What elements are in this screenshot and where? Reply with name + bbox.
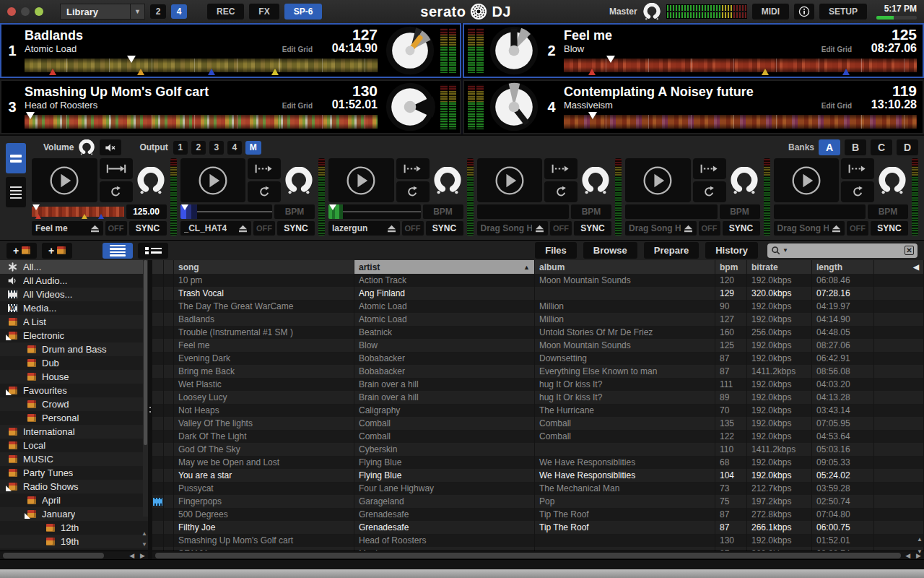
eject-icon[interactable] [535,225,544,233]
sp6-list-view-button[interactable] [6,177,26,207]
sample-off-button[interactable]: OFF [402,221,424,236]
album-art-view-button[interactable] [138,243,168,259]
sample-play-mode-button[interactable] [396,158,430,179]
table-row-valley-of-the-lights[interactable]: Valley Of The lightsComballComball135192… [152,417,924,430]
table-row-10-pm[interactable]: 10 pmAction TrackMoon Mountain Sounds120… [152,274,924,287]
table-row-badlands[interactable]: BadlandsAtomic LoadMillion127192.0kbps04… [152,313,924,326]
output-chip-3[interactable]: 3 [209,141,224,155]
sample-volume-knob[interactable] [728,158,760,202]
sidebar-item-radio-shows[interactable]: Radio Shows [0,480,148,493]
table-row-pussycat[interactable]: PussycatFour Lane HighwayThe Mechanical … [152,482,924,495]
sample-off-button[interactable]: OFF [550,221,572,236]
midi-button[interactable]: MIDI [752,4,789,20]
add-smart-crate-button[interactable]: + [42,243,72,259]
tab-history[interactable]: History [705,242,758,259]
column-header-artist[interactable]: artist▲ [354,260,535,274]
sample-play-button[interactable] [180,158,246,202]
sample-play-button[interactable] [328,158,394,202]
sample-play-button[interactable] [477,158,543,202]
column-header-song[interactable]: song [174,260,354,274]
deck-3-edit-grid-button[interactable]: Edit Grid [282,102,313,110]
search-box[interactable]: ▼ ✕ [767,243,918,258]
column-header-length[interactable]: length [812,260,874,274]
deck-2-edit-grid-button[interactable]: Edit Grid [821,46,852,53]
scrollbar-thumb[interactable] [3,553,104,558]
sample-sync-button[interactable]: SYNC [574,221,611,236]
sample-play-mode-button[interactable] [248,158,281,179]
table-row-wet-plastic[interactable]: Wet PlasticBrain over a hillhug It Or ki… [152,378,924,391]
table-row-500-degrees[interactable]: 500 DegreesGrenadesafeTip The Roof87272.… [152,508,924,521]
sample-play-mode-button[interactable] [100,158,133,179]
library-dropdown[interactable]: Library ▼ [60,4,145,20]
sample-volume-knob[interactable] [283,158,315,202]
search-clear-icon[interactable]: ✕ [905,246,914,255]
sample-volume-knob[interactable] [135,158,167,202]
sidebar-item-media[interactable]: Media... [0,301,148,315]
table-row-se1101[interactable]: SE1101Monk87320.0kbps03:38.74 [152,547,924,551]
table-row-god-of-the-sky[interactable]: God Of The SkyCyberskin1101411.2kbps05:0… [152,443,924,456]
sample-waveform[interactable] [774,204,866,219]
sidebar-item-dub[interactable]: Dub [0,356,148,370]
table-row-fingerpops[interactable]: FingerpopsGaragelandPop75197.2kbps02:50.… [152,495,924,508]
sample-sync-button[interactable]: SYNC [129,221,167,236]
deck-4-edit-grid-button[interactable]: Edit Grid [821,102,852,110]
sidebar-item-favourites[interactable]: Favourites [0,384,148,397]
sample-repeat-button[interactable] [248,181,281,202]
sample-sync-button[interactable]: SYNC [426,221,463,236]
table-scroll-arrows[interactable]: ▲▼ [917,536,923,555]
sample-repeat-button[interactable] [841,181,874,202]
sample-play-button[interactable] [32,158,97,202]
sample-repeat-button[interactable] [396,181,430,202]
sample-slot-name[interactable]: _CL_HAT4 [180,221,252,236]
sample-sync-button[interactable]: SYNC [723,221,760,236]
column-header-album[interactable]: album [535,260,715,274]
column-header-bpm[interactable]: bpm [715,260,747,274]
eject-icon[interactable] [832,225,841,233]
window-minimize-button[interactable] [21,7,30,16]
column-header-bitrate[interactable]: bitrate [747,260,812,274]
table-row-smashing-up-mom-s-golf-cart[interactable]: Smashing Up Mom's Golf cartHead of Roost… [152,534,924,547]
output-chip-2[interactable]: 2 [191,141,206,155]
sp6-mute-button[interactable] [100,139,121,155]
setup-button[interactable]: SETUP [819,4,867,20]
info-button[interactable] [794,4,814,20]
output-chip-m[interactable]: M [245,141,261,155]
sample-waveform[interactable] [625,204,718,219]
sidebar-item-electronic[interactable]: Electronic [0,329,148,342]
sidebar-item-house[interactable]: House [0,370,148,384]
sidebar-item-12th[interactable]: 12th [0,521,148,535]
sample-off-button[interactable]: OFF [699,221,720,236]
deck-3-waveform[interactable] [25,113,378,131]
sample-slot-name[interactable]: lazergun [328,221,400,236]
deck-view-2-button[interactable]: 2 [150,4,166,19]
sidebar-item-all[interactable]: All... [0,260,148,274]
table-row-feel-me[interactable]: Feel meBlowMoon Mountain Sounds125192.0k… [152,339,924,352]
sample-off-button[interactable]: OFF [253,221,275,236]
sample-volume-knob[interactable] [876,158,908,202]
table-row-trash-vocal[interactable]: Trash VocalAng Finland129320.0kbps07:28.… [152,287,924,300]
eject-icon[interactable] [684,225,693,233]
sample-off-button[interactable]: OFF [105,221,127,236]
sidebar-vertical-scrollbar[interactable] [143,260,148,517]
deck-2-waveform[interactable] [564,56,917,74]
scroll-left-icon[interactable]: ◀ [905,552,910,559]
sample-waveform[interactable] [477,204,570,219]
sample-volume-knob[interactable] [432,158,463,202]
table-row-loosey-lucy[interactable]: Loosey LucyBrain over a hillhug It Or ki… [152,391,924,404]
sample-slot-name[interactable]: Drag Song Here [477,221,549,236]
master-knob[interactable] [643,3,661,20]
window-close-button[interactable] [7,7,16,16]
deck-2-platter[interactable] [485,25,543,76]
sidebar-item-local[interactable]: Local [0,439,148,452]
library-view-button[interactable] [103,243,133,259]
column-header-spacer[interactable] [164,260,174,274]
sample-play-mode-button[interactable] [544,158,578,179]
sample-sync-button[interactable]: SYNC [871,221,908,236]
window-zoom-button[interactable] [35,7,43,16]
deck-1-edit-grid-button[interactable]: Edit Grid [282,46,313,53]
table-row-not-heaps[interactable]: Not HeapsCaligraphyThe Hurricane70192.0k… [152,404,924,417]
deck-4-platter[interactable] [485,82,543,132]
scrollbar-thumb[interactable] [155,553,901,558]
sample-slot-name[interactable]: Drag Song Here [625,221,697,236]
sidebar-item-music[interactable]: MUSIC [0,452,148,466]
